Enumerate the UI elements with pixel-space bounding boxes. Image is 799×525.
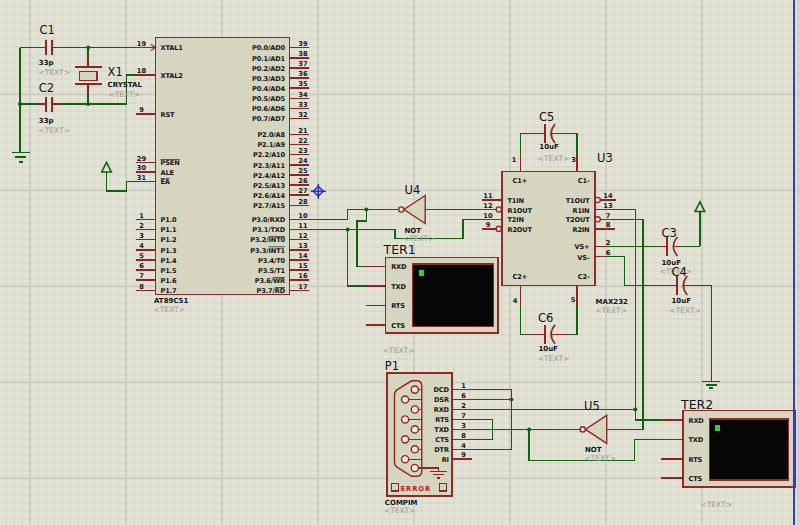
mcu-pin-name: P1.4 xyxy=(161,257,177,265)
p1-pin-name: TXD xyxy=(434,426,449,434)
mcu-pin-number: 39 xyxy=(298,40,308,48)
ter1-pin-name: CTS xyxy=(391,322,405,330)
c5-text-placeholder: <TEXT> xyxy=(538,154,569,163)
p1-db9-pin-hole xyxy=(411,426,418,433)
mcu-pin-number: 35 xyxy=(298,80,308,88)
c1-text-placeholder: <TEXT> xyxy=(39,68,70,77)
c6-ref-label: C6 xyxy=(538,311,553,325)
ter1-pin-name: RXD xyxy=(391,263,407,271)
u3-pin-number: 3 xyxy=(571,156,576,164)
schematic-editor-sheet[interactable]: C1 33p <TEXT> C2 33p <TEXT> X1 CRYSTAL <… xyxy=(0,0,799,525)
mcu-pin-name: P1.0 xyxy=(161,216,177,224)
u3-pin-number: 11 xyxy=(483,192,493,200)
mcu-pin-name: P2.3/A11 xyxy=(253,162,286,170)
u3-pin-name: T2OUT xyxy=(566,216,590,224)
mcu-pin-name: ALE xyxy=(161,169,175,177)
mcu-pin-number: 28 xyxy=(298,198,308,206)
p1-ref-label: P1 xyxy=(385,359,399,373)
p1-error-label: ERROR xyxy=(401,485,432,493)
p1-pin-name: DSR xyxy=(434,396,449,404)
p1-pin-name: RTS xyxy=(435,416,449,424)
wire-junction-dot xyxy=(364,208,368,212)
mcu-pin-number: 24 xyxy=(298,157,308,165)
u3-inverter-bubble xyxy=(496,207,501,212)
ter1-ref-label: TER1 xyxy=(383,242,416,257)
u5-ref-label: U5 xyxy=(584,399,600,413)
p1-pin-number: 3 xyxy=(461,422,466,430)
u5-text-placeholder: <TEXT> xyxy=(585,454,616,463)
p1-pin-name: RI xyxy=(442,456,449,464)
mcu-pin-number: 11 xyxy=(298,222,308,230)
mcu-pin-number: 29 xyxy=(137,155,147,163)
wire-junction-dot xyxy=(509,398,513,402)
mcu-pin-name: P0.3/AD3 xyxy=(252,75,285,83)
mcu-pin-name: P1.1 xyxy=(161,226,177,234)
mcu-pin-name: P0.6/AD6 xyxy=(252,105,285,113)
u3-pin-name: R1OUT xyxy=(508,207,533,215)
mcu-pin-number: 31 xyxy=(137,174,147,182)
u4-ref-label: U4 xyxy=(405,183,421,197)
p1-pin-name: CTS xyxy=(435,436,449,444)
p1-db9-pin-hole xyxy=(402,436,409,443)
c4-value-label: 10uF xyxy=(672,297,692,305)
p1-db9-pin-hole xyxy=(411,406,418,413)
x1-part-label: CRYSTAL xyxy=(108,81,143,89)
mcu-pin-name: P0.1/AD1 xyxy=(252,55,285,63)
c2-value-label: 33p xyxy=(39,117,54,125)
wire-junction-dot xyxy=(633,408,637,412)
mcu-pin-name: P3.4/T0 xyxy=(258,257,286,265)
u3-pin-number: 12 xyxy=(483,202,493,210)
ter2-pin-name: CTS xyxy=(689,475,703,483)
mcu-pin-name: P2.6/A14 xyxy=(253,192,286,200)
mcu-pin-name: P3.1/TXD xyxy=(252,226,285,234)
u3-part-label: MAX232 xyxy=(596,298,629,306)
p1-pin-number: 4 xyxy=(461,442,466,450)
mcu-pin-number: 37 xyxy=(298,60,308,68)
mcu-pin-name: P3.3/INT1 xyxy=(250,247,285,255)
mcu-pin-name: P3.7/RD xyxy=(257,287,286,295)
mcu-pin-number: 3 xyxy=(139,232,144,240)
mcu-pin-number: 36 xyxy=(298,70,308,78)
u3-inverter-bubble xyxy=(595,197,600,202)
ter2-pin-name: RXD xyxy=(689,417,705,425)
mcu-text-placeholder: <TEXT> xyxy=(154,305,185,314)
mcu-part-label: AT89C51 xyxy=(154,297,188,305)
u3-pin-number: 9 xyxy=(486,221,491,229)
mcu-pin-number: 17 xyxy=(298,283,308,291)
mcu-pin-number: 5 xyxy=(139,252,144,260)
u5-part-label: NOT xyxy=(585,446,602,454)
u3-pin-number: 8 xyxy=(606,221,611,229)
wire-junction-dot xyxy=(18,102,22,106)
u3-inverter-bubble xyxy=(595,217,600,222)
wire-junction-dot xyxy=(346,227,350,231)
mcu-pin-number: 15 xyxy=(298,262,308,270)
mcu-pin-name: XTAL1 xyxy=(161,44,184,52)
u3-pin-name: T1OUT xyxy=(566,197,590,205)
x1-text-placeholder: <TEXT> xyxy=(109,90,140,99)
c6-text-placeholder: <TEXT> xyxy=(538,354,569,363)
mcu-pin-name: P0.4/AD4 xyxy=(252,85,285,93)
mcu-pin-name: P2.5/A13 xyxy=(253,182,286,190)
u3-pin-name: T1IN xyxy=(508,197,524,205)
mcu-pin-number: 33 xyxy=(298,101,308,109)
c2-text-placeholder: <TEXT> xyxy=(39,126,70,135)
p1-db9-pin-hole xyxy=(411,464,418,471)
schematic-svg[interactable]: C1 33p <TEXT> C2 33p <TEXT> X1 CRYSTAL <… xyxy=(0,0,799,525)
mcu-pin-name: P2.1/A9 xyxy=(257,141,285,149)
mcu-pin-number: 23 xyxy=(298,147,308,155)
ter2-pin-name: TXD xyxy=(689,436,704,444)
u4-inverter-bubble xyxy=(399,207,404,212)
p1-pin-number: 1 xyxy=(461,382,466,390)
c1-ref-label: C1 xyxy=(40,23,55,37)
c4-ref-label: C4 xyxy=(672,265,687,279)
wire-junction-dot xyxy=(86,46,90,50)
mcu-pin-name: P1.6 xyxy=(161,277,177,285)
ter1-pin-name: TXD xyxy=(391,283,406,291)
mcu-pin-number: 32 xyxy=(298,111,308,119)
u3-inverter-bubble xyxy=(496,226,501,231)
c1-value-label: 33p xyxy=(39,59,54,67)
p1-pin-number: 8 xyxy=(461,432,466,440)
mcu-pin-number: 30 xyxy=(137,164,147,172)
mcu-pin-number: 9 xyxy=(139,106,144,114)
crystal-body[interactable] xyxy=(80,71,98,80)
